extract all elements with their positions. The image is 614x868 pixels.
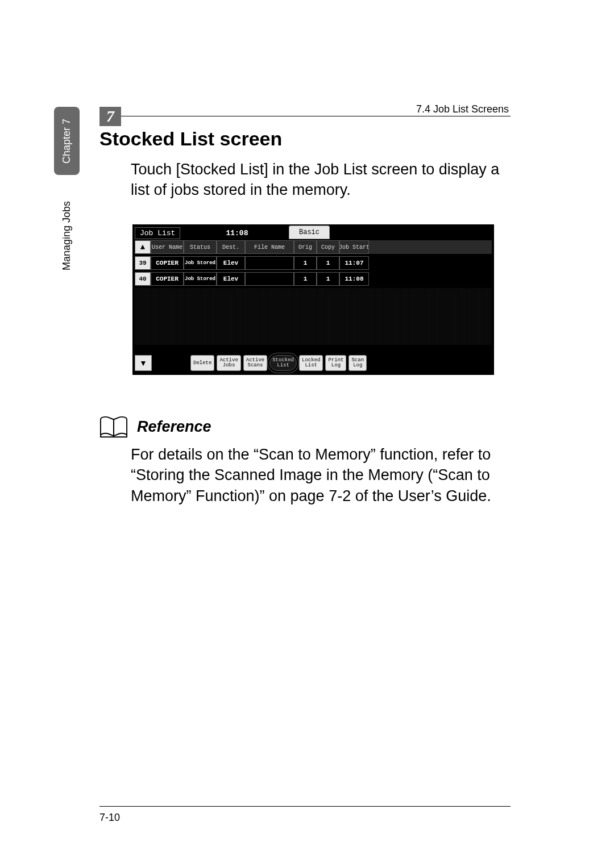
btn-line2: Log	[331, 363, 341, 368]
active-scans-button[interactable]: Active Scans	[243, 355, 267, 371]
chapter-number: 7	[99, 107, 121, 126]
cell-jobstart: 11:08	[339, 272, 369, 286]
col-jobstart: Job Start	[339, 240, 369, 254]
table-row[interactable]: 39 COPIER Job Stored Elev 1 1 11:07	[135, 256, 492, 270]
scroll-up-button[interactable]: ▲	[135, 240, 151, 254]
delete-button[interactable]: Delete	[190, 355, 214, 371]
reference-heading: Reference	[137, 418, 211, 436]
lcd-table-header: ▲ User Name Status Dest. File Name Orig …	[135, 240, 492, 254]
lcd-title: Job List	[135, 227, 180, 239]
active-jobs-button[interactable]: Active Jobs	[217, 355, 240, 371]
btn-line2: List	[277, 363, 289, 368]
cell-copy: 1	[317, 256, 339, 270]
cell-orig: 1	[294, 256, 317, 270]
chapter-tab: Chapter 7	[54, 107, 80, 175]
cell-copy: 1	[317, 272, 339, 286]
btn-line2: Scans	[248, 363, 263, 368]
section-vertical-label: Managing Jobs	[54, 185, 80, 287]
stocked-list-button[interactable]: Stocked List	[269, 355, 297, 371]
cell-status: Job Stored	[184, 272, 217, 286]
cell-dest: Elev	[217, 272, 245, 286]
page-number: 7-10	[99, 812, 120, 824]
cell-orig: 1	[294, 272, 317, 286]
scan-log-button[interactable]: Scan Log	[349, 355, 367, 371]
reference-text: For details on the “Scan to Memory” func…	[131, 444, 515, 506]
scroll-down-button[interactable]: ▼	[135, 355, 152, 371]
device-lcd-screenshot: Job List 11:08 Basic ▲ User Name Status …	[132, 224, 494, 375]
print-log-button[interactable]: Print Log	[325, 355, 346, 371]
col-filename: File Name	[245, 240, 294, 254]
cell-dest: Elev	[217, 256, 245, 270]
btn-line2: List	[305, 363, 317, 368]
cell-user: COPIER	[151, 256, 184, 270]
table-row[interactable]: 40 COPIER Job Stored Elev 1 1 11:08	[135, 272, 492, 286]
cell-user: COPIER	[151, 272, 184, 286]
btn-line2: Log	[353, 363, 362, 368]
header-section-label: 7.4 Job List Screens	[416, 103, 509, 115]
cell-jobstart: 11:07	[339, 256, 369, 270]
basic-button[interactable]: Basic	[289, 226, 330, 239]
row-number: 40	[135, 272, 151, 286]
cell-status: Job Stored	[184, 256, 217, 270]
col-dest: Dest.	[217, 240, 245, 254]
page-title: Stocked List screen	[99, 128, 282, 150]
lcd-bottom-bar: ▼ Delete Active Jobs Active Scans Stocke…	[135, 354, 492, 372]
row-number: 39	[135, 256, 151, 270]
cell-file	[245, 256, 294, 270]
open-book-icon	[99, 415, 128, 439]
col-status: Status	[184, 240, 217, 254]
locked-list-button[interactable]: Locked List	[299, 355, 323, 371]
btn-line2: Jobs	[223, 363, 235, 368]
lcd-empty-grid	[135, 288, 492, 345]
col-user: User Name	[151, 240, 184, 254]
col-copy: Copy	[317, 240, 339, 254]
intro-paragraph: Touch [Stocked List] in the Job List scr…	[131, 159, 512, 201]
header-divider	[121, 116, 511, 116]
cell-file	[245, 272, 294, 286]
col-orig: Orig	[294, 240, 317, 254]
lcd-time: 11:08	[226, 229, 248, 237]
footer-divider	[99, 806, 511, 807]
